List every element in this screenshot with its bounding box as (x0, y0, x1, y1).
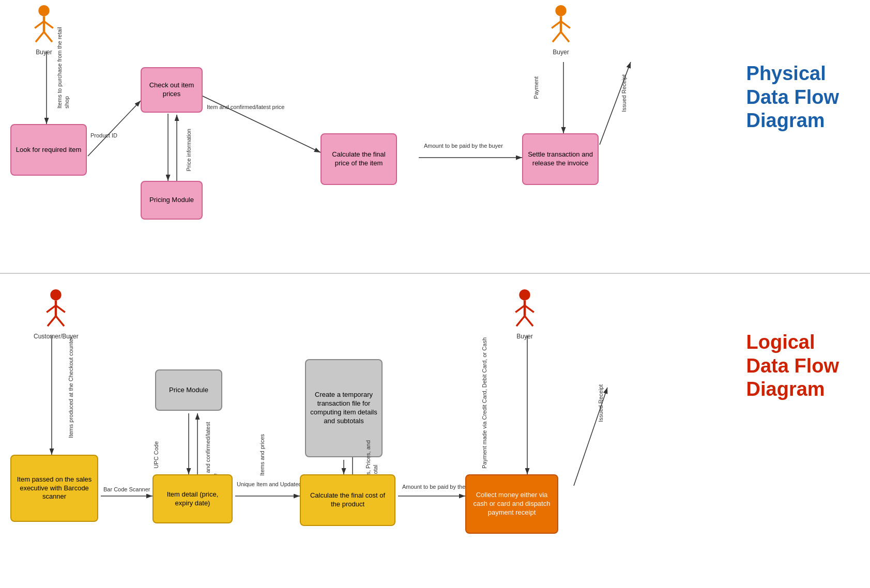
svg-line-20 (553, 32, 561, 42)
item-detail-box: Item detail (price, expiry date) (152, 474, 233, 523)
svg-line-19 (561, 21, 570, 28)
svg-line-43 (516, 316, 525, 327)
issued-receipt-physical-label: Issued Receipt (620, 41, 628, 145)
svg-line-38 (56, 316, 64, 327)
physical-buyer1-figure: Buyer (28, 5, 59, 56)
svg-line-44 (525, 316, 533, 327)
logical-title: Logical Data Flow Diagram (746, 331, 839, 401)
logical-buyer-label: Buyer (516, 333, 532, 340)
price-module-box: Price Module (155, 369, 222, 411)
logical-customer-icon (40, 289, 71, 331)
svg-line-41 (515, 305, 525, 312)
physical-buyer1-icon (28, 5, 59, 47)
svg-line-37 (48, 316, 56, 327)
svg-point-33 (51, 289, 62, 300)
physical-buyer1-label: Buyer (36, 49, 52, 56)
physical-buyer2-icon (545, 5, 576, 47)
product-id-label: Product ID (90, 132, 117, 139)
issued-receipt-logical-label: Issued Receipt (597, 331, 604, 475)
checkout-prices-box: Check out item prices (141, 67, 203, 113)
items-produced-label: Items produced at the Checkout counter (67, 336, 74, 439)
physical-buyer2-label: Buyer (553, 49, 569, 56)
svg-line-13 (44, 21, 53, 28)
svg-line-36 (56, 305, 65, 312)
pricing-module-box: Pricing Module (141, 181, 203, 220)
amount-to-pay-label: Amount to be paid by the buyer (424, 142, 503, 149)
logical-buyer-figure: Buyer (509, 289, 540, 340)
logical-buyer-icon (509, 289, 540, 331)
item-passed-box: Item passed on the sales executive with … (10, 455, 98, 522)
barcode-scanner-label: Bar Code Scanner (103, 486, 150, 493)
svg-line-12 (35, 21, 44, 28)
physical-arrows-svg (0, 0, 870, 273)
svg-line-1 (88, 101, 141, 156)
svg-point-39 (519, 289, 530, 300)
physical-diagram: Buyer Items to purchase from the retail … (0, 0, 870, 274)
svg-line-21 (561, 32, 569, 42)
items-prices-label: Items and prices (258, 424, 266, 486)
collect-money-box: Collect money either via cash or card an… (465, 474, 558, 534)
look-for-item-box: Look for required item (10, 124, 87, 176)
svg-point-10 (38, 5, 49, 16)
svg-point-16 (555, 5, 566, 16)
payment-method-label: Payment made via Credit Card, Debit Card… (481, 331, 488, 475)
svg-line-18 (552, 21, 561, 28)
logical-customer-figure: Customer/Buyer (34, 289, 79, 340)
svg-line-15 (44, 32, 52, 42)
payment-label: Payment (532, 41, 540, 134)
price-info-label: Price information (185, 119, 192, 181)
calculate-cost-box: Calculate the final cost of the product (300, 474, 395, 526)
physical-buyer2-figure: Buyer (545, 5, 576, 56)
svg-line-42 (525, 305, 534, 312)
item-confirmed-label: Item and confirmed/latest price (207, 103, 284, 111)
svg-line-14 (36, 32, 44, 42)
logical-arrows-svg (0, 284, 870, 574)
physical-title: Physical Data Flow Diagram (746, 62, 839, 133)
calculate-price-box: Calculate the final price of the item (320, 133, 397, 185)
logical-diagram: Customer/Buyer Items produced at the Che… (0, 284, 870, 574)
svg-line-35 (47, 305, 56, 312)
settle-transaction-box: Settle transaction and release the invoi… (522, 133, 599, 185)
items-to-purchase-label: Items to purchase from the retail shop (56, 16, 71, 109)
